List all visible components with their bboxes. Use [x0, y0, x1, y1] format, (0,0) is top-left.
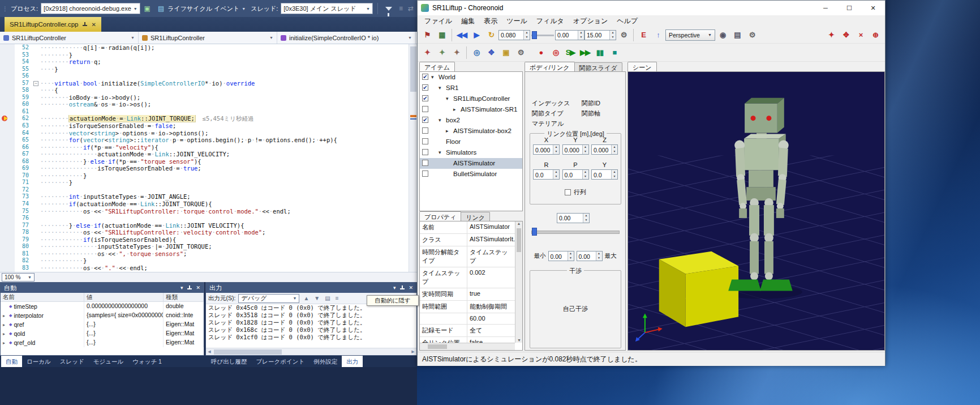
spin-down-icon[interactable]: ▼	[553, 150, 559, 154]
spin-up-icon[interactable]: ▲	[553, 170, 559, 174]
menu-item-2[interactable]: 表示	[479, 16, 502, 26]
tree-expander-open-icon[interactable]: ▾	[439, 150, 441, 155]
code-text[interactable]: ················os·<<·",·torque·sensors"…	[40, 250, 409, 258]
code-line[interactable]: 69················isTorqueSensorEnabled·…	[0, 165, 409, 172]
breakpoint-gutter[interactable]	[0, 87, 15, 94]
time-spin[interactable]: 0.080▲▼	[498, 30, 530, 40]
watch-row[interactable]: ▸◆qold{...}Eigen::Mat	[1, 329, 204, 338]
breakpoint-gutter[interactable]	[0, 201, 15, 208]
scrollbar-thumb[interactable]	[410, 46, 416, 92]
fold-gutter[interactable]	[33, 250, 40, 258]
menu-item-3[interactable]: ツール	[502, 16, 532, 26]
property-value[interactable]: AISTSimulator	[467, 221, 515, 233]
link-pos-z-spin-arrows[interactable]: ▲▼	[611, 145, 617, 154]
breakpoint-gutter[interactable]	[0, 265, 15, 272]
code-text[interactable]: ····}	[40, 66, 409, 73]
fold-gutter[interactable]	[33, 165, 40, 172]
range-max-spin-arrows[interactable]: ▲▼	[596, 251, 602, 261]
time-spin-arrows[interactable]: ▲▼	[523, 31, 530, 40]
graph-icon[interactable]: ⚑	[420, 28, 435, 42]
body-sync-icon[interactable]: ✦	[824, 28, 839, 42]
next-message-icon[interactable]: ▼	[313, 295, 321, 301]
code-text[interactable]: ············if(isTorqueSensorEnabled){	[40, 236, 409, 244]
flag-threads-icon[interactable]: ≡	[398, 5, 404, 12]
code-text[interactable]: ····{	[40, 87, 409, 94]
code-line[interactable]: 52············q[i]·=·radian(q[i]);	[0, 44, 409, 52]
spin-down-icon[interactable]: ▼	[612, 150, 617, 154]
time-end-spin[interactable]: 15.00▲▼	[584, 30, 616, 40]
code-line[interactable]: 70············}	[0, 172, 409, 180]
auto-hide-pin-icon[interactable]	[399, 285, 405, 291]
item-checkbox[interactable]: ✔	[422, 84, 428, 91]
watch-name-cell[interactable]: ▸◆interpolator	[1, 311, 84, 320]
watch-row[interactable]: ▸◆qref_old{...}Eigen::Mat	[1, 338, 204, 347]
tree-item[interactable]: ▸AISTSimulator-box2	[420, 126, 522, 137]
output-horizontal-scrollbar[interactable]: ◀ ▶	[206, 348, 416, 355]
breakpoint-gutter[interactable]	[0, 215, 15, 222]
code-line[interactable]: 65········for(vector<string>::iterator·p…	[0, 137, 409, 144]
code-line[interactable]: 62········actuationMode·=·Link::JOINT_TO…	[0, 115, 409, 122]
code-line[interactable]: 75············os·<<·"SR1LiftupController…	[0, 208, 409, 215]
output-tab-3[interactable]: 出力	[342, 356, 363, 367]
fold-gutter[interactable]	[33, 73, 40, 80]
property-value[interactable]: AISTSimulatorIt..	[467, 234, 515, 246]
clear-all-icon[interactable]: ▤	[324, 295, 331, 301]
tree-expander-closed-icon[interactable]: ▸	[446, 128, 449, 134]
tree-item[interactable]: AISTSimulator	[420, 158, 522, 169]
breakpoint-gutter[interactable]	[0, 151, 15, 158]
tab-property-1[interactable]: リンク	[461, 212, 490, 221]
breakpoint-gutter[interactable]	[0, 66, 15, 73]
code-text[interactable]	[40, 215, 409, 222]
tree-item[interactable]: ✔▾SR1LiftupController	[420, 93, 522, 104]
watch-value-cell[interactable]: {samples={ size=0x00000000000000000	[84, 311, 164, 320]
spin-up-icon[interactable]: ▲	[568, 251, 574, 256]
link-rot-r-spin[interactable]: 0.0▲▼	[533, 169, 560, 180]
property-vertical-scrollbar[interactable]: ▲▼	[515, 221, 522, 343]
output-title-bar[interactable]: 出力 ▾ ✕	[206, 283, 416, 293]
flip-pose-icon[interactable]: ✦	[420, 46, 435, 59]
code-text[interactable]: ········ostream&·os·=·io->os();	[40, 101, 409, 108]
close-icon[interactable]: ✕	[409, 285, 413, 291]
fold-gutter[interactable]	[33, 208, 40, 215]
watch-name-cell[interactable]: ◆timeStep	[1, 302, 84, 311]
property-value[interactable]: 0.002	[467, 267, 515, 288]
scene-config-wrench-icon[interactable]: ⚙	[745, 28, 759, 42]
record-icon[interactable]: ●	[534, 46, 548, 59]
scroll-right-icon[interactable]: ▶	[410, 349, 416, 354]
fold-gutter[interactable]	[33, 215, 40, 222]
autos-title-bar[interactable]: 自動 ▾ ✕	[1, 283, 204, 293]
code-line[interactable]: 72	[0, 186, 409, 194]
fold-gutter[interactable]	[33, 130, 40, 137]
code-line[interactable]: 57–····virtual·bool·initialize(SimpleCon…	[0, 80, 409, 87]
window-menu-icon[interactable]: ▾	[180, 285, 183, 291]
snapshot-icon[interactable]: ◎	[548, 46, 563, 59]
code-line[interactable]: 78············os·<<·"SR1LiftupController…	[0, 229, 409, 236]
property-horizontal-scrollbar[interactable]	[420, 343, 515, 350]
code-text[interactable]: ········return·q;	[40, 58, 409, 66]
fold-gutter[interactable]	[33, 52, 40, 59]
spin-up-icon[interactable]: ▲	[610, 31, 616, 35]
watch-tab-2[interactable]: スレッド	[55, 356, 89, 367]
code-text[interactable]: ············os·<<·"."·<<·endl;	[40, 265, 409, 272]
editor-vertical-scrollbar[interactable]	[409, 44, 417, 272]
code-line[interactable]: 74········if(actuationMode·==·Link::JOIN…	[0, 201, 409, 208]
breakpoint-gutter[interactable]	[0, 179, 15, 186]
tree-expander-open-icon[interactable]: ▾	[431, 74, 434, 80]
fold-gutter[interactable]	[33, 186, 40, 194]
fold-gutter[interactable]	[33, 115, 40, 122]
yellow-box[interactable]	[659, 251, 738, 327]
fold-gutter[interactable]: –	[33, 80, 40, 87]
menu-item-1[interactable]: 編集	[457, 16, 479, 26]
item-checkbox[interactable]	[422, 138, 428, 144]
minimize-button[interactable]: ─	[814, 1, 837, 15]
fold-gutter[interactable]	[33, 44, 40, 52]
close-button[interactable]: ✕	[861, 1, 885, 15]
translate-icon[interactable]: ✥	[484, 46, 498, 59]
project-combo[interactable]: SR1LiftupController ▼	[0, 32, 139, 44]
breakpoint-gutter[interactable]	[0, 137, 15, 144]
expand-icon[interactable]: ▸	[3, 331, 7, 336]
menu-item-0[interactable]: ファイル	[420, 16, 457, 26]
code-text[interactable]: ········ioBody·=·io->body();	[40, 94, 409, 101]
code-line[interactable]: 56	[0, 73, 409, 80]
tab-property-0[interactable]: プロパティ	[419, 211, 461, 221]
